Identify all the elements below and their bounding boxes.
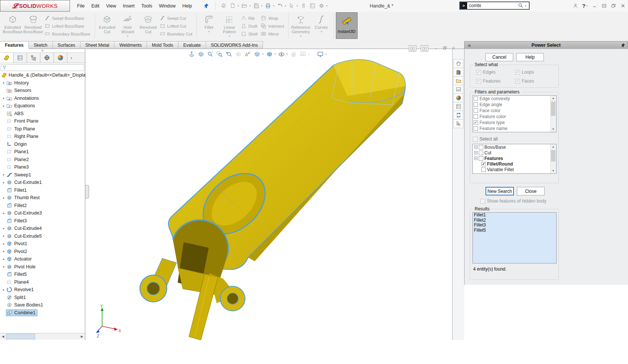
print-icon[interactable]: ▾ bbox=[264, 2, 275, 10]
zoom-to-fit-icon[interactable] bbox=[206, 50, 215, 58]
displaymanager-tab[interactable] bbox=[54, 53, 67, 63]
tree-item-sensors[interactable]: Sensors bbox=[0, 87, 85, 95]
previous-view-icon[interactable] bbox=[225, 50, 233, 58]
filter-option-face-color[interactable]: Face color bbox=[473, 108, 556, 114]
design-library-icon[interactable] bbox=[453, 68, 463, 77]
tab-features[interactable]: Features bbox=[0, 41, 29, 49]
expand-arrow-icon[interactable]: ▸ bbox=[1, 288, 6, 291]
tree-item-top-plane[interactable]: Top Plane bbox=[0, 125, 85, 133]
open-icon[interactable]: ▾ bbox=[241, 2, 252, 10]
swept-cut-button[interactable]: Swept Cut bbox=[160, 15, 192, 21]
pin-panel-icon[interactable] bbox=[618, 43, 628, 48]
sync-resources-icon[interactable] bbox=[453, 111, 463, 120]
pin-menu-icon[interactable] bbox=[202, 2, 210, 10]
tree-item-plane3[interactable]: Plane3 bbox=[0, 163, 85, 171]
menu-help[interactable]: Help bbox=[179, 2, 196, 10]
select-all-checkbox[interactable]: Select all bbox=[473, 136, 498, 142]
checkbox-icon[interactable] bbox=[473, 137, 478, 142]
tree-item-split1[interactable]: Split1 bbox=[0, 294, 85, 302]
tab-mold-tools[interactable]: Mold Tools bbox=[147, 41, 178, 49]
properties-icon[interactable] bbox=[308, 2, 316, 10]
filter-option-feature-type[interactable]: ✓Feature type bbox=[473, 120, 556, 126]
propertymanager-tab[interactable] bbox=[13, 53, 27, 63]
configurationmanager-tab[interactable] bbox=[27, 53, 40, 63]
expand-arrow-icon[interactable]: ▸ bbox=[1, 212, 6, 215]
panel-splitter-handle[interactable] bbox=[0, 49, 85, 53]
select-pointer-icon[interactable]: ▾ bbox=[288, 2, 299, 10]
menu-edit[interactable]: Edit bbox=[88, 2, 103, 10]
help-icon[interactable]: ?▾ bbox=[582, 3, 588, 9]
tree-item-save-bodies1[interactable]: Save Bodies1 bbox=[0, 301, 85, 309]
feature-types-tree[interactable]: +Boss/Base+Cut−Features✓Fillet/RoundVari… bbox=[472, 144, 557, 174]
file-explorer-icon[interactable] bbox=[453, 76, 463, 85]
expand-arrow-icon[interactable]: ▸ bbox=[1, 96, 6, 100]
wrap-button[interactable]: Wrap bbox=[261, 15, 284, 21]
close-button[interactable]: Close bbox=[517, 187, 545, 195]
tree-item-revolve1[interactable]: ▸Revolve1 bbox=[0, 286, 85, 294]
filter-listbox[interactable]: Edge convexityEdge angleFace colorFeatur… bbox=[472, 95, 557, 132]
view-palette-icon[interactable] bbox=[453, 85, 463, 94]
menu-file[interactable]: File bbox=[74, 2, 88, 10]
checkbox-faces[interactable]: ✓Faces bbox=[515, 78, 534, 84]
resize-button[interactable] bbox=[601, 3, 607, 9]
checkbox-icon[interactable] bbox=[481, 167, 486, 172]
tree-viewport-splitter[interactable] bbox=[85, 185, 89, 198]
tree-item-sweep1[interactable]: ▸Sweep1 bbox=[0, 171, 85, 179]
tree-item-annotations[interactable]: ▸AAnnotations bbox=[0, 95, 85, 102]
tree-item-cut-extrude4[interactable]: ▸Cut-Extrude4 bbox=[0, 225, 85, 232]
checkbox-icon[interactable]: ✓ bbox=[515, 70, 520, 75]
results-listbox[interactable]: Fillet1Fillet2Fillet3Fillet5 bbox=[472, 212, 557, 263]
checkbox-edges[interactable]: ✓Edges bbox=[476, 70, 496, 75]
tree-horizontal-scrollbar[interactable]: ◀ ▶ bbox=[0, 333, 85, 340]
dimxpertmanager-tab[interactable] bbox=[40, 53, 54, 63]
expand-arrow-icon[interactable]: ▸ bbox=[1, 181, 6, 184]
search-input[interactable]: combi bbox=[467, 3, 518, 8]
tree-item-pivot-hole[interactable]: ▸Pivot Hole bbox=[0, 263, 85, 271]
cancel-button[interactable]: Cancel bbox=[485, 53, 513, 61]
feature-type-fillet-round[interactable]: ✓Fillet/Round bbox=[473, 161, 556, 167]
linear-pattern-button[interactable]: Linear Pattern▾ bbox=[219, 12, 240, 38]
rib-button[interactable]: Rib bbox=[241, 15, 257, 21]
expand-arrow-icon[interactable]: ▸ bbox=[1, 104, 6, 108]
restore-button[interactable] bbox=[611, 3, 616, 9]
custom-properties-icon[interactable] bbox=[453, 102, 463, 111]
filter-option-feature-name[interactable]: Feature name bbox=[473, 126, 556, 132]
help-button[interactable]: Help bbox=[516, 53, 544, 61]
tree-item-front-plane[interactable]: Front Plane bbox=[0, 117, 85, 125]
scroll-left-icon[interactable]: ◀ bbox=[0, 333, 6, 340]
hole-wizard-button[interactable]: Hole Wizard▾ bbox=[117, 12, 138, 38]
checkbox-icon[interactable]: ✓ bbox=[476, 70, 481, 75]
filter-scrollbar[interactable]: ▲▼ bbox=[550, 96, 556, 132]
extruded-boss-base-button[interactable]: Extruded Boss/Base bbox=[2, 12, 23, 37]
show-hidden-body-checkbox[interactable]: Show features of hidden body bbox=[480, 198, 546, 204]
tree-item-fillet3[interactable]: Fillet3 bbox=[0, 217, 85, 225]
new-document-icon[interactable]: ▾ bbox=[229, 2, 240, 10]
result-item[interactable]: Fillet5 bbox=[473, 228, 556, 233]
expand-arrow-icon[interactable]: ▸ bbox=[1, 257, 6, 261]
featuremanager-tab[interactable] bbox=[0, 53, 13, 63]
menu-insert[interactable]: Insert bbox=[120, 2, 138, 10]
doc-restore-button[interactable] bbox=[441, 45, 448, 51]
feature-types-scrollbar[interactable]: ▲▼ bbox=[550, 144, 556, 173]
tree-expander-icon[interactable]: − bbox=[474, 157, 478, 160]
tab-evaluate[interactable]: Evaluate bbox=[178, 41, 206, 49]
instant3d-button[interactable]: Instant3D bbox=[336, 12, 358, 39]
result-item[interactable]: Fillet2 bbox=[473, 218, 556, 223]
tab-sheet-metal[interactable]: Sheet Metal bbox=[80, 41, 114, 49]
dropdown-caret-icon[interactable]: ▾ bbox=[321, 30, 322, 33]
checkbox-loops[interactable]: ✓Loops bbox=[515, 70, 534, 75]
intersect-button[interactable]: Intersect bbox=[261, 23, 284, 29]
reference-geometry-button[interactable]: Reference Geometry▾ bbox=[291, 12, 311, 38]
hide-show-items-icon[interactable]: ▾ bbox=[277, 50, 289, 58]
filter-option-edge-convexity[interactable]: Edge convexity bbox=[473, 96, 556, 102]
checkbox-features[interactable]: ✓Features bbox=[476, 78, 500, 84]
tree-root-item[interactable]: Handle_& (Default<<Default>_Display S bbox=[0, 71, 85, 79]
fillet-button[interactable]: Fillet▾ bbox=[199, 12, 219, 38]
undo-icon[interactable]: ▾ bbox=[276, 2, 287, 10]
shell-button[interactable]: Shell bbox=[241, 31, 257, 37]
checkbox-icon[interactable] bbox=[479, 145, 483, 149]
expand-arrow-icon[interactable]: ▸ bbox=[1, 265, 6, 268]
feature-type-cut[interactable]: +Cut bbox=[473, 150, 556, 155]
tree-item-cut-extrude5[interactable]: ▸Cut-Extrude5 bbox=[0, 232, 85, 240]
tree-item-pivot2[interactable]: ▸Pivot2 bbox=[0, 248, 85, 256]
